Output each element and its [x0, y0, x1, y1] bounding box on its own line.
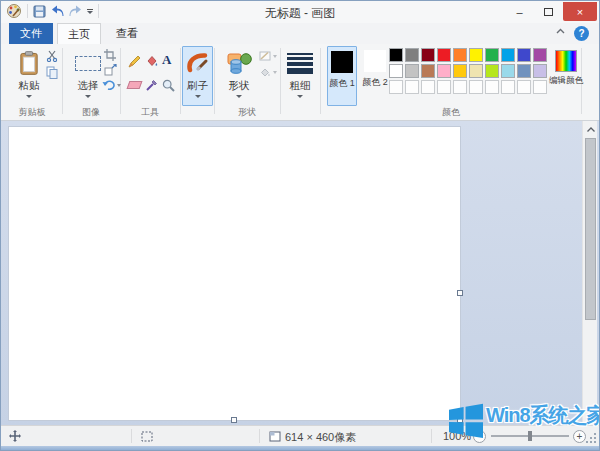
- rotate-dropdown-arrow: [117, 84, 121, 87]
- title-bar: 无标题 - 画图 – ×: [1, 1, 599, 23]
- edit-colors-icon: [555, 50, 577, 72]
- maximize-icon: [544, 8, 553, 16]
- zoom-out-button[interactable]: −: [473, 430, 486, 443]
- brushes-button[interactable]: 刷子: [182, 46, 213, 106]
- pencil-icon: [128, 55, 141, 68]
- canvas-resize-handle-bottom[interactable]: [231, 417, 237, 423]
- shapes-group-label: 形状: [215, 106, 279, 119]
- canvas-size-text: 614 × 460像素: [285, 430, 356, 445]
- size-label: 粗细: [290, 79, 311, 92]
- scroll-up-icon[interactable]: [583, 121, 598, 137]
- scroll-down-icon[interactable]: [583, 409, 598, 425]
- palette-swatch[interactable]: [437, 64, 451, 78]
- palette-swatch-empty[interactable]: [469, 80, 483, 94]
- text-tool-button[interactable]: A: [162, 53, 171, 66]
- pencil-tool-button[interactable]: [128, 55, 141, 68]
- group-divider: [62, 48, 63, 114]
- magnifier-icon: [162, 79, 175, 92]
- zoom-level-text: 100%: [443, 430, 471, 442]
- shapes-label: 形状: [229, 79, 250, 92]
- palette-swatch-empty[interactable]: [437, 80, 451, 94]
- select-marquee-icon: [75, 56, 101, 71]
- scrollbar-thumb[interactable]: [585, 138, 596, 320]
- palette-swatch-empty[interactable]: [421, 80, 435, 94]
- palette-swatch[interactable]: [405, 64, 419, 78]
- magnifier-tool-button[interactable]: [162, 79, 175, 92]
- palette-swatch-empty[interactable]: [485, 80, 499, 94]
- palette-swatch[interactable]: [517, 48, 531, 62]
- close-button[interactable]: ×: [563, 2, 597, 21]
- resize-button[interactable]: [104, 64, 117, 76]
- copy-button[interactable]: [46, 66, 58, 79]
- drawing-canvas[interactable]: [9, 127, 460, 420]
- palette-swatch-empty[interactable]: [389, 80, 403, 94]
- eraser-tool-button[interactable]: [128, 81, 141, 89]
- zoom-in-button[interactable]: +: [573, 430, 586, 443]
- palette-swatch[interactable]: [533, 48, 547, 62]
- shape-outline-button[interactable]: [259, 51, 277, 61]
- resize-icon: [104, 64, 117, 76]
- cut-button[interactable]: [46, 50, 58, 62]
- palette-swatch[interactable]: [453, 48, 467, 62]
- tab-view[interactable]: 查看: [105, 23, 149, 44]
- palette-swatch[interactable]: [533, 64, 547, 78]
- palette-swatch[interactable]: [453, 64, 467, 78]
- group-divider: [280, 48, 281, 114]
- edit-colors-button[interactable]: 编辑颜色: [547, 48, 585, 87]
- image-group-label: 图像: [63, 106, 119, 119]
- palette-swatch-empty[interactable]: [405, 80, 419, 94]
- maximize-button[interactable]: [534, 2, 563, 21]
- color2-button[interactable]: 颜色 2: [360, 46, 390, 106]
- palette-swatch[interactable]: [469, 64, 483, 78]
- color1-button[interactable]: 颜色 1: [327, 46, 357, 106]
- zoom-slider[interactable]: [491, 435, 569, 437]
- help-icon[interactable]: ?: [574, 26, 589, 41]
- resize-grip-icon[interactable]: [586, 433, 596, 443]
- palette-swatch[interactable]: [421, 64, 435, 78]
- group-divider: [214, 48, 215, 114]
- paste-label: 粘贴: [19, 79, 40, 92]
- status-divider: [259, 429, 260, 443]
- fill-tool-button[interactable]: [145, 55, 158, 68]
- palette-swatch[interactable]: [421, 48, 435, 62]
- crop-icon: [104, 49, 116, 61]
- palette-swatch[interactable]: [501, 48, 515, 62]
- crop-button[interactable]: [104, 49, 116, 61]
- palette-swatch-empty[interactable]: [533, 80, 547, 94]
- palette-swatch[interactable]: [485, 64, 499, 78]
- vertical-scrollbar[interactable]: [582, 121, 597, 425]
- text-tool-icon: A: [162, 53, 171, 66]
- canvas-size-icon: [269, 431, 281, 442]
- tab-home[interactable]: 主页: [57, 23, 101, 44]
- color2-label: 颜色 2: [362, 76, 388, 89]
- palette-swatch[interactable]: [405, 48, 419, 62]
- palette-swatch[interactable]: [501, 64, 515, 78]
- minimize-button[interactable]: –: [505, 2, 534, 21]
- shapes-button[interactable]: 形状: [221, 47, 257, 98]
- shape-fill-button[interactable]: [259, 67, 277, 78]
- palette-swatch[interactable]: [389, 64, 403, 78]
- palette-swatch-empty[interactable]: [517, 80, 531, 94]
- palette-swatch-empty[interactable]: [453, 80, 467, 94]
- palette-swatch[interactable]: [389, 48, 403, 62]
- canvas-resize-handle-right[interactable]: [457, 290, 463, 296]
- paste-button[interactable]: 粘贴: [9, 47, 49, 98]
- palette-swatch[interactable]: [437, 48, 451, 62]
- canvas-resize-handle-corner[interactable]: [457, 417, 463, 423]
- palette-swatch[interactable]: [517, 64, 531, 78]
- group-divider: [320, 48, 321, 114]
- palette-swatch-empty[interactable]: [501, 80, 515, 94]
- zoom-slider-thumb[interactable]: [528, 431, 532, 441]
- brushes-dropdown-arrow: [195, 95, 201, 98]
- size-button[interactable]: 粗细: [284, 47, 316, 98]
- palette-swatch[interactable]: [469, 48, 483, 62]
- color-picker-tool-button[interactable]: [146, 79, 158, 91]
- shape-fill-dropdown-arrow: [273, 71, 277, 74]
- tab-file[interactable]: 文件: [9, 23, 53, 44]
- eyedropper-icon: [146, 79, 158, 91]
- collapse-ribbon-icon[interactable]: [556, 28, 565, 34]
- shapes-icon: [227, 52, 252, 75]
- palette-swatch[interactable]: [485, 48, 499, 62]
- rotate-button[interactable]: [102, 79, 121, 91]
- shape-fill-icon: [259, 67, 271, 78]
